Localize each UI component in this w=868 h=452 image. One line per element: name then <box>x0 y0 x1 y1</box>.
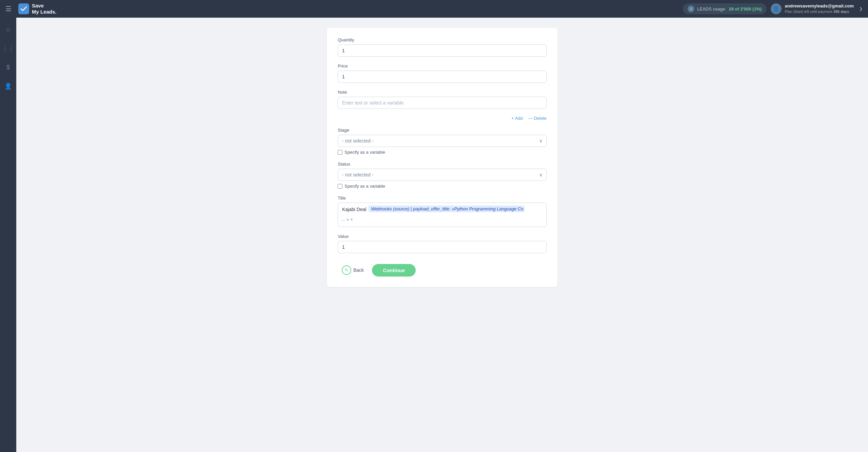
delete-button[interactable]: — Delete <box>528 116 547 121</box>
note-field-group: Note <box>338 90 547 109</box>
title-tag-sep: | <box>411 206 412 211</box>
status-select[interactable]: - not selected - <box>338 169 547 181</box>
status-specify-label: Specify as a variable <box>344 184 385 189</box>
sidebar-item-dashboard[interactable]: ⋮⋮ <box>2 42 14 54</box>
topbar: ☰ Save My Leads. i LEADS usage: 29 of 2'… <box>0 0 868 18</box>
quantity-field-group: Quantity <box>338 37 547 57</box>
title-tag-source: Webhooks (source) <box>371 206 409 211</box>
title-input-area[interactable]: Kajabi Deal Webhooks (source) | payload_… <box>338 203 547 227</box>
title-dots: ... <box>341 217 345 222</box>
back-button[interactable]: ✎ Back <box>338 263 368 278</box>
title-field-group: Title Kajabi Deal Webhooks (source) | pa… <box>338 195 547 227</box>
form-card: Quantity Price Note + Add — Delete <box>327 28 557 287</box>
title-tag-variable: payload_offer_title: <box>413 206 450 211</box>
note-input[interactable] <box>338 97 547 109</box>
title-arrow: » <box>347 217 349 222</box>
logo-icon <box>18 3 29 14</box>
sidebar: ⌂ ⋮⋮ $ 👤 <box>0 18 16 452</box>
quantity-input[interactable] <box>338 44 547 57</box>
value-label: Value <box>338 234 547 239</box>
title-label: Title <box>338 195 547 201</box>
stage-specify-row: Specify as a variable <box>338 150 547 155</box>
main-content: Quantity Price Note + Add — Delete <box>16 18 868 452</box>
bottom-actions: ✎ Back Continue <box>338 263 547 278</box>
leads-usage-badge: i LEADS usage: 29 of 2'000 (1%) <box>683 3 766 14</box>
stage-specify-checkbox[interactable] <box>338 150 342 155</box>
title-second-line: ... » × <box>341 217 543 222</box>
stage-select[interactable]: - not selected - <box>338 135 547 147</box>
title-text-before: Kajabi Deal <box>341 206 367 213</box>
add-delete-row: + Add — Delete <box>338 116 547 121</box>
info-icon: i <box>688 5 694 12</box>
menu-icon[interactable]: ☰ <box>5 5 12 13</box>
user-info[interactable]: 👤 andrewsavemyleads@gmail.com Plan |Star… <box>771 3 863 15</box>
title-variable-tag[interactable]: Webhooks (source) | payload_offer_title:… <box>369 206 525 212</box>
title-tag-value: «Python Programming Language Co <box>452 206 523 211</box>
back-icon: ✎ <box>342 265 351 275</box>
chevron-down-icon: ❯ <box>859 6 863 11</box>
add-button[interactable]: + Add <box>511 116 523 121</box>
leads-label: LEADS usage: <box>697 6 726 12</box>
stage-label: Stage <box>338 128 547 133</box>
status-field-group: Status - not selected - ∨ Specify as a v… <box>338 162 547 189</box>
user-details: andrewsavemyleads@gmail.com Plan |Start|… <box>785 3 854 15</box>
user-avatar: 👤 <box>771 3 782 14</box>
stage-select-wrapper: - not selected - ∨ <box>338 135 547 147</box>
sidebar-item-billing[interactable]: $ <box>2 61 14 73</box>
sidebar-item-profile[interactable]: 👤 <box>2 80 14 92</box>
price-label: Price <box>338 63 547 69</box>
stage-specify-label: Specify as a variable <box>344 150 385 155</box>
back-label: Back <box>353 267 364 273</box>
status-specify-checkbox[interactable] <box>338 184 342 189</box>
status-select-wrapper: - not selected - ∨ <box>338 169 547 181</box>
logo: Save My Leads. <box>18 3 57 15</box>
stage-field-group: Stage - not selected - ∨ Specify as a va… <box>338 128 547 155</box>
sidebar-item-home[interactable]: ⌂ <box>2 23 14 35</box>
quantity-label: Quantity <box>338 37 547 42</box>
status-label: Status <box>338 162 547 167</box>
price-input[interactable] <box>338 71 547 83</box>
continue-button[interactable]: Continue <box>372 264 416 277</box>
price-field-group: Price <box>338 63 547 83</box>
user-email: andrewsavemyleads@gmail.com <box>785 3 854 9</box>
user-plan: Plan |Start| left until payment 386 days <box>785 9 854 14</box>
leads-count: 29 of 2'000 (1%) <box>729 6 762 12</box>
note-label: Note <box>338 90 547 95</box>
title-close-icon[interactable]: × <box>350 217 353 222</box>
status-specify-row: Specify as a variable <box>338 184 547 189</box>
value-input[interactable] <box>338 241 547 253</box>
value-field-group: Value <box>338 234 547 253</box>
logo-text: Save My Leads. <box>32 3 57 15</box>
